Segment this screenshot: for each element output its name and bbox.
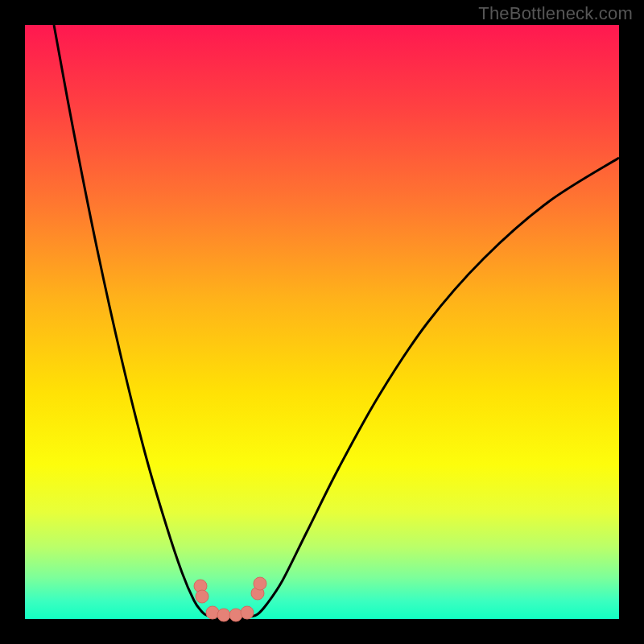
bottleneck-curve [54, 25, 619, 618]
chart-frame: TheBottleneck.com [0, 0, 644, 644]
chart-svg [25, 25, 619, 619]
data-marker [196, 590, 208, 603]
watermark-text: TheBottleneck.com [478, 3, 633, 24]
data-marker [206, 606, 219, 619]
data-marker [217, 609, 230, 621]
data-marker [241, 606, 254, 619]
data-marker [254, 577, 266, 590]
plot-area [25, 25, 619, 619]
data-marker [229, 609, 242, 621]
